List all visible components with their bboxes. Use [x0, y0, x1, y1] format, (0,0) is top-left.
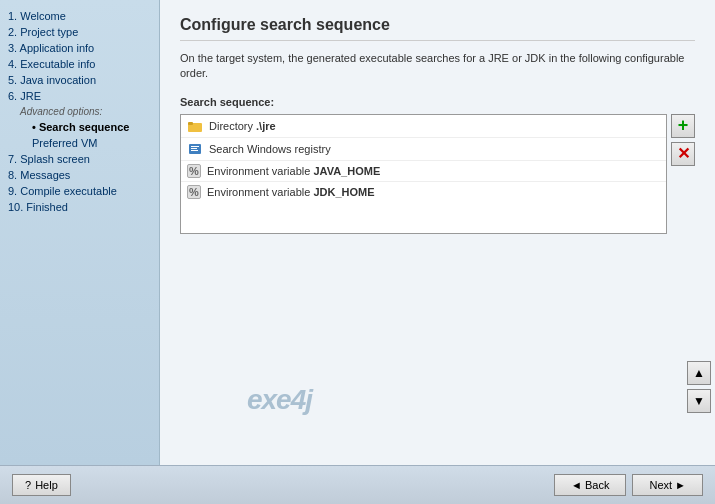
svg-rect-1 [188, 122, 193, 125]
sidebar-item-splash-screen[interactable]: 7. Splash screen [0, 151, 159, 167]
sidebar-item-jre[interactable]: 6. JRE [0, 88, 159, 104]
sequence-item-text: Directory .\jre [209, 120, 276, 132]
svg-rect-4 [191, 148, 197, 149]
sidebar-item-finished[interactable]: 10. Finished [0, 199, 159, 215]
sequence-item[interactable]: Directory .\jre [181, 115, 666, 138]
registry-icon [187, 141, 203, 157]
back-button[interactable]: ◄ Back [554, 474, 626, 496]
sidebar-item-compile-exe[interactable]: 9. Compile executable [0, 183, 159, 199]
sidebar-item-project-type[interactable]: 2. Project type [0, 24, 159, 40]
help-button[interactable]: ? Help [12, 474, 71, 496]
next-button[interactable]: Next ► [632, 474, 703, 496]
sidebar-item-preferred-vm[interactable]: Preferred VM [0, 135, 159, 151]
sequence-item-text: Environment variable JDK_HOME [207, 186, 375, 198]
sequence-action-buttons: + ✕ [671, 114, 695, 234]
sidebar-item-app-info[interactable]: 3. Application info [0, 40, 159, 56]
svg-rect-3 [191, 146, 199, 147]
sidebar-item-messages[interactable]: 8. Messages [0, 167, 159, 183]
move-up-button[interactable]: ▲ [687, 361, 711, 385]
percent-icon: % [187, 185, 201, 199]
folder-icon [187, 118, 203, 134]
sequence-item-text: Environment variable JAVA_HOME [207, 165, 380, 177]
sequence-label: Search sequence: [180, 96, 695, 108]
sidebar-item-welcome[interactable]: 1. Welcome [0, 8, 159, 24]
sequence-item[interactable]: Search Windows registry [181, 138, 666, 161]
move-down-button[interactable]: ▼ [687, 389, 711, 413]
content-area: Configure search sequence On the target … [160, 0, 715, 465]
help-label: Help [35, 479, 58, 491]
sidebar-item-search-sequence[interactable]: • Search sequence [0, 119, 159, 135]
reorder-buttons: ▲ ▼ [687, 361, 711, 413]
help-icon: ? [25, 479, 31, 491]
sequence-list: Directory .\jreSearch Windows registry%E… [180, 114, 667, 234]
sidebar-advanced-label: Advanced options: [0, 104, 159, 119]
sequence-item[interactable]: %Environment variable JDK_HOME [181, 182, 666, 202]
navigation-buttons: ◄ Back Next ► [554, 474, 703, 496]
sidebar-item-exe-info[interactable]: 4. Executable info [0, 56, 159, 72]
bottom-bar: ? Help ◄ Back Next ► [0, 465, 715, 504]
remove-sequence-button[interactable]: ✕ [671, 142, 695, 166]
svg-rect-5 [191, 150, 198, 151]
sidebar: 1. Welcome2. Project type3. Application … [0, 0, 160, 465]
percent-icon: % [187, 164, 201, 178]
sequence-item[interactable]: %Environment variable JAVA_HOME [181, 161, 666, 182]
add-sequence-button[interactable]: + [671, 114, 695, 138]
sequence-item-text: Search Windows registry [209, 143, 331, 155]
sidebar-item-java-invocation[interactable]: 5. Java invocation [0, 72, 159, 88]
page-description: On the target system, the generated exec… [180, 51, 695, 82]
page-title: Configure search sequence [180, 16, 695, 41]
